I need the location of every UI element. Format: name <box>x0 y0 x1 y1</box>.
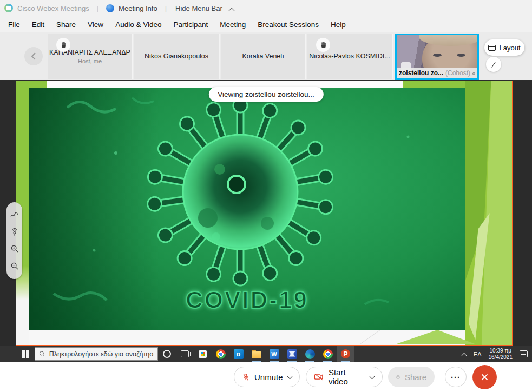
clock-date: 16/4/2021 <box>489 354 513 361</box>
unmute-label: Unmute <box>254 373 283 382</box>
webex-window: Cisco Webex Meetings | Meeting Info | Hi… <box>0 0 532 392</box>
meeting-info-icon <box>106 4 114 12</box>
participant-name: Nicolas-Pavlos KOSMIDI... <box>309 52 390 60</box>
taskbar-edge-button[interactable] <box>301 346 319 362</box>
taskbar-word-button[interactable]: W <box>265 346 283 362</box>
webcam-eye <box>433 54 442 57</box>
title-bar: Cisco Webex Meetings | Meeting Info | Hi… <box>0 0 532 16</box>
participant-strip: ΚΑΠΑΝΙΑΡΗΣ ΑΛΕΞΑΝΔΡ... Host, me Nikos Gi… <box>0 32 532 80</box>
taskbar-cortana-button[interactable] <box>158 346 176 362</box>
chrome-icon <box>323 349 333 359</box>
taskbar-search[interactable] <box>35 347 158 361</box>
separator: | <box>162 4 170 12</box>
edge-icon <box>305 349 315 359</box>
microsoft-store-icon <box>199 350 207 358</box>
participant-tile[interactable]: Nikos Gianakopoulos <box>134 34 220 79</box>
menu-share[interactable]: Share <box>50 18 82 31</box>
show-desktop-button[interactable] <box>530 346 532 362</box>
active-speaker-video[interactable]: zoistellou zo... (Cohost) <box>395 34 479 80</box>
task-view-icon <box>181 350 189 357</box>
menu-help[interactable]: Help <box>325 18 352 31</box>
chevron-down-icon[interactable] <box>288 374 292 378</box>
windows-taskbar: o W P ΕΛ 10:39 πμ 16/4/2021 <box>0 346 532 362</box>
slide-title: COVID-19 <box>29 287 465 314</box>
cohost-badge: (Cohost) <box>445 69 470 77</box>
laser-pointer-icon[interactable] <box>10 227 19 236</box>
shared-app-frame: COVID-19 <box>16 81 513 346</box>
video-participant-name: zoistellou zo... <box>399 69 443 77</box>
taskbar-chrome2-button[interactable] <box>319 346 337 362</box>
annotate-fab-button[interactable] <box>486 57 501 72</box>
outlook-icon: o <box>234 349 244 359</box>
scan-app-icon <box>287 349 297 359</box>
word-icon: W <box>270 349 279 359</box>
cortana-icon <box>163 350 171 358</box>
action-center-icon[interactable] <box>520 350 528 357</box>
mic-muted-icon <box>242 372 249 382</box>
pen-icon[interactable] <box>10 211 19 218</box>
powerpoint-slide: COVID-19 <box>16 81 512 345</box>
menu-participant[interactable]: Participant <box>167 18 214 31</box>
search-input[interactable] <box>49 350 154 358</box>
clock-time: 10:39 πμ <box>489 348 513 354</box>
meeting-control-bar: Unmute Start video Share ··· <box>0 362 532 392</box>
menu-view[interactable]: View <box>82 18 109 31</box>
shared-screen-stage: COVID-19 Viewing zoistellou zoistellou..… <box>0 80 532 346</box>
taskbar-outlook-button[interactable]: o <box>229 346 247 362</box>
language-indicator[interactable]: ΕΛ <box>474 351 482 357</box>
layout-button[interactable]: Layout <box>484 39 524 56</box>
zoom-in-icon[interactable] <box>10 244 19 253</box>
webcam-eye <box>457 54 465 57</box>
video-name-bar: zoistellou zo... (Cohost) <box>397 68 477 78</box>
chevron-down-icon[interactable] <box>370 374 375 378</box>
system-tray: ΕΛ 10:39 πμ 16/4/2021 <box>462 346 528 362</box>
search-icon <box>39 350 45 357</box>
chevron-left-icon <box>31 52 36 60</box>
participant-tile[interactable]: Nicolas-Pavlos KOSMIDI... <box>307 34 393 79</box>
clock[interactable]: 10:39 πμ 16/4/2021 <box>489 348 513 361</box>
file-explorer-icon <box>252 351 261 358</box>
annotation-toolbar <box>6 202 22 279</box>
menu-file[interactable]: File <box>2 18 26 31</box>
taskbar-powerpoint-button[interactable]: P <box>337 346 354 362</box>
webex-logo-icon <box>4 4 13 12</box>
share-label: Share <box>405 373 426 382</box>
participant-name: Nikos Gianakopoulos <box>145 52 208 60</box>
slide-bottom-triangle <box>395 330 476 344</box>
menu-meeting[interactable]: Meeting <box>214 18 252 31</box>
unmute-button[interactable]: Unmute <box>234 367 300 387</box>
more-options-button[interactable]: ··· <box>445 367 467 387</box>
menu-audio-video[interactable]: Audio & Video <box>109 18 167 31</box>
windows-logo-icon <box>22 350 29 358</box>
taskbar-store-button[interactable] <box>194 346 212 362</box>
taskbar-task-view-button[interactable] <box>176 346 194 362</box>
taskbar-apps: o W P <box>158 346 354 362</box>
hide-menu-bar-button[interactable]: Hide Menu Bar <box>175 4 222 12</box>
scroll-left-button[interactable] <box>24 47 43 65</box>
viewing-banner: Viewing zoistellou zoistellou... <box>208 87 323 102</box>
menu-edit[interactable]: Edit <box>26 18 50 31</box>
taskbar-scan-button[interactable] <box>283 346 301 362</box>
participant-tile[interactable]: ΚΑΠΑΝΙΑΡΗΣ ΑΛΕΞΑΝΔΡ... Host, me <box>48 34 133 79</box>
taskbar-explorer-button[interactable] <box>247 346 265 362</box>
meeting-info-button[interactable]: Meeting Info <box>119 4 157 12</box>
taskbar-chrome-button[interactable] <box>212 346 229 362</box>
raised-hand-icon <box>56 38 70 52</box>
share-arrow-icon <box>472 70 475 77</box>
camera-off-icon <box>314 373 324 381</box>
powerpoint-icon: P <box>341 349 350 358</box>
layout-label: Layout <box>499 44 520 52</box>
zoom-out-icon[interactable] <box>10 262 19 270</box>
separator: | <box>94 4 102 12</box>
participant-tile[interactable]: Koralia Veneti <box>221 34 306 79</box>
menu-breakout-sessions[interactable]: Breakout Sessions <box>252 18 325 31</box>
hidden-icons-chevron[interactable] <box>462 352 467 356</box>
pen-icon <box>491 62 496 67</box>
chevron-up-icon[interactable] <box>229 8 234 12</box>
slide-right-graphics <box>465 81 512 345</box>
start-video-button[interactable]: Start video <box>306 367 383 387</box>
layout-grid-icon <box>488 45 496 51</box>
share-icon <box>396 373 400 381</box>
start-button[interactable] <box>16 346 35 362</box>
leave-meeting-button[interactable] <box>472 365 497 389</box>
